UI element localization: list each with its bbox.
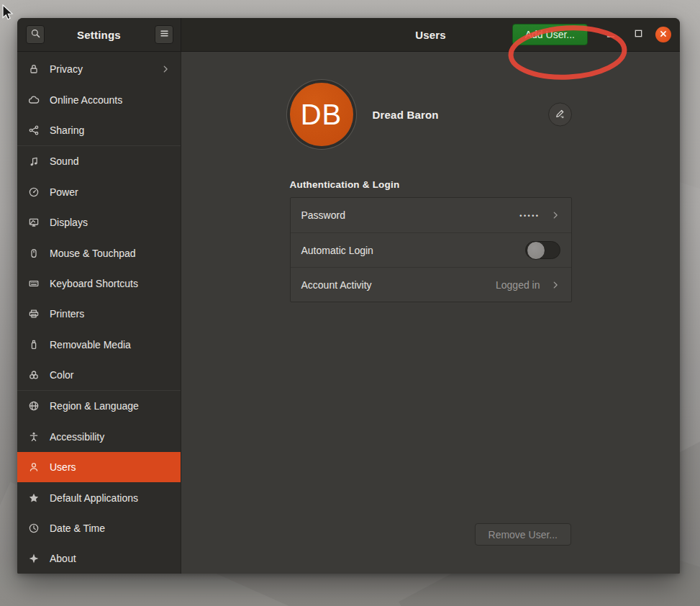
sidebar-item-label: Default Applications [50, 492, 138, 504]
password-row[interactable]: Password ••••• [291, 198, 571, 232]
menu-button[interactable] [155, 25, 173, 44]
auth-section-title: Authentication & Login [290, 179, 572, 190]
sidebar: PrivacyOnline AccountsSharingSoundPowerD… [17, 52, 181, 574]
user-name: Dread Baron [373, 109, 439, 121]
edit-name-button[interactable] [548, 103, 572, 127]
sidebar-item-displays[interactable]: Displays [17, 207, 181, 238]
search-button[interactable] [26, 25, 45, 44]
sidebar-item-privacy[interactable]: Privacy [17, 54, 181, 84]
account-activity-row[interactable]: Account Activity Logged in [291, 267, 571, 302]
printer-icon [27, 308, 40, 320]
color-icon [27, 369, 40, 381]
maximize-icon [634, 29, 643, 40]
toggle-knob [527, 241, 545, 260]
sidebar-item-region-language[interactable]: Region & Language [17, 391, 181, 421]
music-note-icon [27, 155, 40, 168]
content-header: Users Add User... [181, 18, 680, 51]
sidebar-item-label: Displays [50, 217, 88, 228]
chevron-right-icon [550, 280, 560, 290]
sidebar-item-label: Region & Language [50, 400, 139, 412]
keyboard-icon [27, 277, 40, 289]
sidebar-item-about[interactable]: About [17, 543, 181, 574]
accessibility-icon [27, 430, 40, 443]
cloud-icon [27, 94, 40, 106]
maximize-button[interactable] [629, 26, 647, 43]
remove-user-button[interactable]: Remove User... [475, 523, 571, 546]
mouse-icon [27, 247, 40, 259]
sidebar-item-sound[interactable]: Sound [17, 146, 181, 176]
sidebar-item-mouse-touchpad[interactable]: Mouse & Touchpad [17, 238, 181, 268]
mouse-cursor [1, 4, 14, 22]
minimize-icon [606, 29, 616, 41]
close-button[interactable] [655, 27, 671, 42]
account-activity-label: Account Activity [301, 279, 372, 291]
clock-icon [27, 523, 40, 535]
power-icon [27, 186, 40, 198]
removable-media-icon [27, 338, 40, 351]
password-dots: ••••• [519, 212, 540, 220]
search-icon [30, 28, 41, 41]
minimize-button[interactable] [602, 26, 619, 43]
about-icon [27, 553, 40, 565]
account-activity-value: Logged in [496, 279, 540, 291]
sidebar-item-online-accounts[interactable]: Online Accounts [17, 84, 181, 114]
sidebar-item-color[interactable]: Color [17, 360, 181, 390]
sidebar-item-removable-media[interactable]: Removable Media [17, 330, 181, 360]
close-icon [659, 30, 668, 40]
sidebar-item-label: Color [50, 369, 73, 381]
sidebar-item-default-applications[interactable]: Default Applications [17, 482, 181, 512]
user-avatar[interactable]: DB [290, 83, 353, 146]
sidebar-item-label: Power [50, 186, 78, 198]
sidebar-item-printers[interactable]: Printers [17, 299, 181, 329]
sidebar-item-label: About [50, 553, 76, 564]
automatic-login-toggle[interactable] [525, 241, 560, 259]
sidebar-item-label: Date & Time [50, 523, 105, 534]
sidebar-list: PrivacyOnline AccountsSharingSoundPowerD… [17, 54, 181, 574]
sidebar-item-label: Sharing [50, 125, 84, 136]
user-profile: DB Dread Baron [290, 81, 572, 148]
globe-icon [27, 400, 40, 412]
sidebar-item-label: Printers [50, 308, 84, 320]
sidebar-item-label: Privacy [50, 63, 83, 75]
settings-window: Settings Users Add User... PrivacyO [17, 18, 680, 574]
window-controls [592, 26, 671, 43]
star-icon [27, 492, 40, 504]
sidebar-item-label: Accessibility [50, 431, 104, 443]
auth-list: Password ••••• Automatic Login Account A… [290, 197, 572, 302]
users-icon [27, 461, 40, 474]
sidebar-item-date-time[interactable]: Date & Time [17, 513, 181, 543]
panel-title: Users [415, 29, 446, 41]
sidebar-item-label: Users [50, 461, 76, 473]
display-icon [27, 217, 40, 229]
sidebar-item-power[interactable]: Power [17, 177, 181, 207]
automatic-login-label: Automatic Login [301, 245, 373, 256]
users-panel: DB Dread Baron Authentication & Login Pa… [181, 52, 680, 574]
sidebar-item-keyboard-shortcuts[interactable]: Keyboard Shortcuts [17, 268, 181, 299]
add-user-button[interactable]: Add User... [512, 24, 588, 45]
sidebar-item-label: Removable Media [50, 339, 131, 351]
sidebar-item-accessibility[interactable]: Accessibility [17, 422, 181, 452]
pencil-icon [555, 108, 565, 121]
sidebar-item-label: Online Accounts [50, 94, 122, 106]
chevron-right-icon [550, 210, 560, 220]
password-label: Password [301, 209, 345, 221]
sidebar-item-label: Keyboard Shortcuts [50, 278, 138, 289]
sidebar-item-label: Sound [50, 155, 78, 167]
chevron-right-icon [160, 64, 171, 74]
hamburger-icon [159, 28, 170, 41]
sidebar-item-users[interactable]: Users [17, 452, 181, 482]
sidebar-item-label: Mouse & Touchpad [50, 248, 136, 259]
sidebar-item-sharing[interactable]: Sharing [17, 115, 181, 145]
titlebar: Settings Users Add User... [17, 18, 680, 52]
sidebar-header: Settings [17, 18, 181, 51]
share-icon [27, 124, 40, 136]
automatic-login-row: Automatic Login [291, 232, 571, 267]
lock-icon [27, 63, 40, 76]
